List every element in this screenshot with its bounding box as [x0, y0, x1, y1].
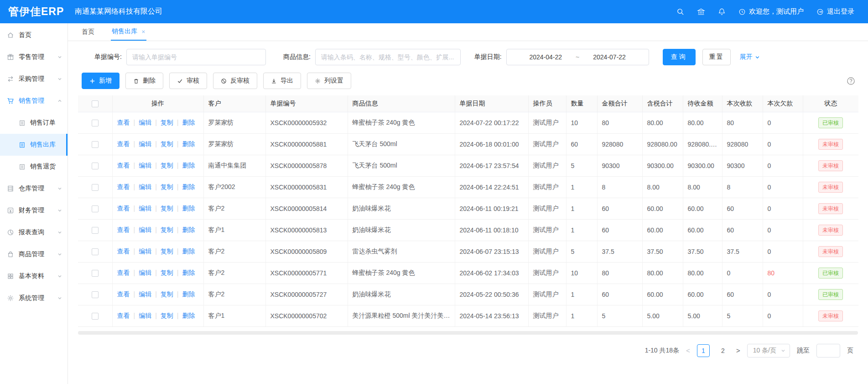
column-settings-button[interactable]: 列设置 — [307, 73, 351, 89]
view-link[interactable]: 查看 — [117, 140, 130, 147]
edit-link[interactable]: 编辑 — [139, 312, 151, 319]
view-link[interactable]: 查看 — [117, 312, 130, 319]
copy-link[interactable]: 复制 — [161, 162, 173, 169]
close-icon[interactable] — [141, 30, 146, 34]
sidebar-item-sales[interactable]: 销售管理 — [0, 90, 68, 112]
copy-link[interactable]: 复制 — [161, 247, 173, 255]
sidebar-item-basic-data[interactable]: 基本资料 — [0, 265, 68, 287]
row-checkbox[interactable] — [92, 227, 99, 234]
edit-link[interactable]: 编辑 — [139, 226, 151, 233]
add-button[interactable]: 新增 — [82, 73, 120, 89]
copy-link[interactable]: 复制 — [161, 140, 173, 147]
date-range-picker[interactable]: 2024-04-22 ~ 2024-07-22 — [506, 49, 649, 65]
sidebar-item-purchase[interactable]: 采购管理 — [0, 68, 68, 90]
sidebar-item-sales-return[interactable]: 销售退货 — [0, 156, 68, 178]
prev-page-button[interactable]: < — [686, 347, 690, 354]
row-checkbox[interactable] — [92, 248, 99, 255]
product-info-input[interactable] — [315, 49, 461, 65]
copy-link[interactable]: 复制 — [161, 226, 173, 233]
reset-button[interactable]: 重置 — [702, 49, 731, 65]
view-link[interactable]: 查看 — [117, 247, 130, 255]
view-link[interactable]: 查看 — [117, 290, 130, 298]
row-checkbox[interactable] — [92, 313, 99, 320]
row-checkbox[interactable] — [92, 141, 99, 148]
edit-link[interactable]: 编辑 — [139, 183, 151, 190]
sidebar-item-warehouse[interactable]: 仓库管理 — [0, 178, 68, 200]
audit-button[interactable]: 审核 — [169, 73, 207, 89]
copy-link[interactable]: 复制 — [161, 290, 173, 298]
sidebar-item-sales-outbound[interactable]: 销售出库 — [0, 134, 68, 156]
delete-link[interactable]: 删除 — [182, 205, 195, 212]
sidebar-item-products[interactable]: 商品管理 — [0, 243, 68, 265]
copy-link[interactable]: 复制 — [161, 312, 173, 319]
view-link[interactable]: 查看 — [117, 205, 130, 212]
delete-link[interactable]: 删除 — [182, 162, 195, 169]
sidebar-item-retail[interactable]: 零售管理 — [0, 46, 68, 68]
sidebar-item-reports[interactable]: 报表查询 — [0, 221, 68, 243]
sidebar-item-system[interactable]: 系统管理 — [0, 287, 68, 309]
edit-link[interactable]: 编辑 — [139, 162, 151, 169]
jump-page-input[interactable] — [816, 344, 840, 358]
view-link[interactable]: 查看 — [117, 119, 130, 126]
row-checkbox[interactable] — [92, 205, 99, 212]
row-checkbox[interactable] — [92, 120, 99, 126]
tab-home[interactable]: 首页 — [81, 23, 95, 41]
delete-link[interactable]: 删除 — [182, 290, 195, 298]
delete-link[interactable]: 删除 — [182, 140, 195, 147]
company-name: 南通某某网络科技有限公司 — [75, 7, 162, 16]
cell-date: 2024-06-11 00:18:10 — [455, 219, 528, 241]
logout-button[interactable]: 退出登录 — [816, 7, 854, 16]
toolbar: 新增 删除 审核 反审核 导出 列设置 — [68, 73, 868, 89]
row-checkbox[interactable] — [92, 270, 99, 277]
cell-operator: 测试用户 — [528, 133, 566, 155]
bell-icon[interactable] — [718, 8, 726, 16]
delete-link[interactable]: 删除 — [182, 312, 195, 319]
expand-link[interactable]: 展开 — [740, 53, 760, 61]
page-size-select[interactable]: 10 条/页 — [747, 344, 790, 358]
edit-link[interactable]: 编辑 — [139, 205, 151, 212]
view-link[interactable]: 查看 — [117, 269, 130, 276]
edit-link[interactable]: 编辑 — [139, 269, 151, 276]
sidebar-item-home[interactable]: 首页 — [0, 24, 68, 46]
view-link[interactable]: 查看 — [117, 183, 130, 190]
edit-link[interactable]: 编辑 — [139, 247, 151, 255]
delete-link[interactable]: 删除 — [182, 183, 195, 190]
sidebar-item-sales-order[interactable]: 销售订单 — [0, 112, 68, 134]
copy-link[interactable]: 复制 — [161, 205, 173, 212]
export-button[interactable]: 导出 — [263, 73, 301, 89]
delete-button[interactable]: 删除 — [125, 73, 163, 89]
app-logo: 管伊佳ERP — [0, 5, 68, 19]
page-2-button[interactable]: 2 — [717, 344, 729, 357]
tab-sales-outbound[interactable]: 销售出库 — [111, 23, 146, 41]
horizontal-scrollbar[interactable] — [78, 331, 858, 335]
search-button[interactable]: 查询 — [663, 49, 696, 65]
delete-link[interactable]: 删除 — [182, 119, 195, 126]
select-all-checkbox[interactable] — [92, 100, 99, 107]
copy-link[interactable]: 复制 — [161, 183, 173, 190]
row-checkbox[interactable] — [92, 163, 99, 169]
row-checkbox[interactable] — [92, 291, 99, 298]
view-link[interactable]: 查看 — [117, 226, 130, 233]
welcome-user[interactable]: 欢迎您，测试用户 — [738, 7, 804, 16]
edit-link[interactable]: 编辑 — [139, 290, 151, 298]
bank-icon[interactable] — [697, 8, 705, 16]
question-circle-icon[interactable] — [847, 77, 855, 85]
table-row: 查看|编辑|复制|删除 客户2 XSCK00000005771 蜂蜜柚子茶 24… — [78, 262, 858, 284]
next-page-button[interactable]: > — [736, 347, 740, 354]
copy-link[interactable]: 复制 — [161, 119, 173, 126]
unaudit-button[interactable]: 反审核 — [213, 73, 257, 89]
date-from[interactable]: 2024-04-22 — [529, 53, 562, 61]
edit-link[interactable]: 编辑 — [139, 119, 151, 126]
copy-link[interactable]: 复制 — [161, 269, 173, 276]
delete-link[interactable]: 删除 — [182, 247, 195, 255]
sidebar-item-finance[interactable]: 财务管理 — [0, 200, 68, 221]
edit-link[interactable]: 编辑 — [139, 140, 151, 147]
search-icon[interactable] — [676, 8, 684, 16]
view-link[interactable]: 查看 — [117, 162, 130, 169]
row-checkbox[interactable] — [92, 184, 99, 191]
page-1-button[interactable]: 1 — [697, 344, 710, 357]
delete-link[interactable]: 删除 — [182, 269, 195, 276]
doc-no-input[interactable] — [126, 49, 266, 65]
delete-link[interactable]: 删除 — [182, 226, 195, 233]
date-to[interactable]: 2024-07-22 — [593, 53, 626, 61]
